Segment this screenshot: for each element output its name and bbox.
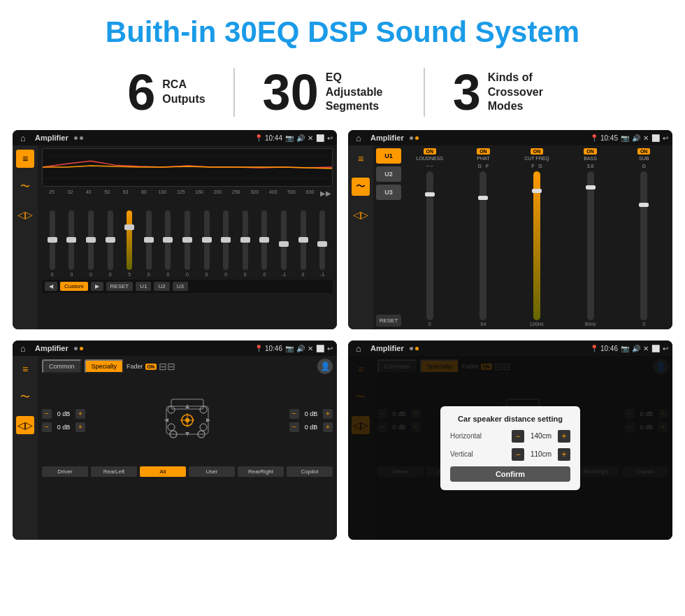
cross-dot-2 [80, 347, 83, 350]
db-minus-2[interactable]: − [42, 422, 52, 432]
amp-loudness-on[interactable]: ON [424, 148, 437, 155]
eq-slider-3[interactable]: 0 [82, 210, 100, 277]
amp-u1-btn[interactable]: U1 [376, 148, 401, 164]
amp-u3-btn[interactable]: U3 [376, 185, 401, 200]
amp-phat-slider[interactable] [480, 171, 486, 320]
stats-row: 6 RCAOutputs 30 EQ AdjustableSegments 3 … [0, 62, 685, 130]
eq-reset-btn[interactable]: RESET [106, 282, 134, 291]
db-plus-1[interactable]: + [75, 409, 85, 419]
amp-bass-label: BASS [584, 156, 597, 161]
confirm-button[interactable]: Confirm [450, 466, 570, 482]
eq-u2-btn[interactable]: U2 [154, 282, 169, 291]
cross-driver-btn[interactable]: Driver [42, 466, 88, 477]
cross-common-tab[interactable]: Common [42, 359, 82, 373]
eq-screen-content: ≡ 〜 ◁▷ [13, 145, 337, 329]
amp-channels: ON LOUDNESS ~ ~ 0 ON PHAT G F [404, 148, 670, 327]
amp-reset-btn[interactable]: RESET [376, 315, 401, 327]
cross-status-bar: ⌂ Amplifier 📍10:46 📷🔊✕⬜↩ [13, 341, 337, 356]
amp-loudness-slider[interactable] [426, 171, 433, 320]
status-indicators [74, 136, 83, 140]
amp-home-icon[interactable]: ⌂ [352, 131, 365, 144]
cross-fader-icon: ⊟⊟ [159, 361, 175, 372]
eq-screen: ⌂ Amplifier 📍10:44 📷🔊✕⬜↩ ≡ 〜 ◁▷ [13, 130, 337, 329]
eq-wave-icon[interactable]: 〜 [16, 178, 34, 196]
eq-prev-btn[interactable]: ◀ [45, 282, 57, 291]
eq-slider-1[interactable]: 0 [43, 210, 62, 277]
dialog-home-icon[interactable]: ⌂ [352, 342, 365, 354]
amp-bass-on[interactable]: ON [584, 148, 597, 155]
cross-car-diagram [91, 378, 284, 462]
amp-main: U1 U2 U3 RESET ON LOUDNESS ~ ~ [373, 145, 672, 329]
cross-volume-icon[interactable]: ◁▷ [16, 416, 34, 434]
cross-rearleft-btn[interactable]: RearLeft [91, 466, 137, 477]
eq-custom-btn[interactable]: Custom [60, 282, 88, 291]
cross-left-controls: − 0 dB + − 0 dB + [42, 409, 85, 432]
eq-slider-5[interactable]: 5 [120, 210, 138, 277]
eq-slider-13[interactable]: -1 [275, 210, 293, 277]
cross-user-icon[interactable]: 👤 [317, 359, 333, 374]
db-minus-3[interactable]: − [289, 409, 299, 419]
cross-right-controls: − 0 dB + − 0 dB + [289, 409, 333, 432]
amp-sub-channel: ON SUB G 0 [618, 148, 670, 327]
amp-bass-slider[interactable] [587, 171, 594, 320]
dialog-title: Car speaker distance setting [450, 415, 570, 423]
eq-slider-4[interactable]: 0 [101, 210, 120, 277]
amp-phat-on[interactable]: ON [477, 148, 490, 155]
eq-time: 📍10:44 [254, 134, 282, 142]
eq-volume-icon[interactable]: ◁▷ [16, 206, 34, 224]
amp-wave-icon[interactable]: 〜 [352, 178, 370, 196]
amp-cutfreq-on[interactable]: ON [531, 148, 544, 155]
db-minus-1[interactable]: − [42, 409, 52, 419]
eq-slider-8[interactable]: 0 [178, 210, 196, 277]
cross-screen-content: ≡ 〜 ◁▷ Common Specialty Fader ON ⊟⊟ 👤 [13, 356, 337, 540]
amp-filter-icon[interactable]: ≡ [352, 150, 370, 168]
amp-volume-icon[interactable]: ◁▷ [352, 206, 370, 224]
amp-screen-title: Amplifier [370, 134, 404, 142]
eq-slider-11[interactable]: 0 [236, 210, 254, 277]
db-value-3: 0 dB [301, 410, 321, 417]
stat-rca: 6 RCAOutputs [99, 67, 233, 117]
eq-slider-12[interactable]: 0 [256, 210, 274, 277]
amp-cutfreq-slider[interactable] [533, 171, 540, 320]
cross-wave-icon[interactable]: 〜 [16, 388, 34, 406]
dialog-horizontal-plus[interactable]: + [558, 430, 570, 443]
cross-fader-on[interactable]: ON [145, 364, 157, 370]
cross-specialty-tab[interactable]: Specialty [85, 359, 124, 373]
cross-filter-icon[interactable]: ≡ [16, 360, 34, 378]
amp-u2-btn[interactable]: U2 [376, 166, 401, 182]
eq-filter-icon[interactable]: ≡ [16, 150, 34, 168]
amp-sub-slider[interactable] [640, 171, 647, 320]
eq-u3-btn[interactable]: U3 [173, 282, 188, 291]
db-plus-3[interactable]: + [323, 409, 333, 419]
cross-copilot-btn[interactable]: Copilot [287, 466, 333, 477]
eq-sliders: 0 0 0 0 5 [42, 200, 333, 277]
db-plus-2[interactable]: + [75, 422, 85, 432]
cross-rearright-btn[interactable]: RearRight [238, 466, 284, 477]
db-plus-4[interactable]: + [323, 422, 333, 432]
cross-user-btn[interactable]: User [189, 466, 235, 477]
eq-play-btn[interactable]: ▶ [91, 282, 103, 291]
eq-slider-10[interactable]: 0 [217, 210, 235, 277]
eq-slider-7[interactable]: 0 [159, 210, 178, 277]
eq-screen-title: Amplifier [35, 134, 68, 142]
amp-sub-on[interactable]: ON [637, 148, 651, 155]
eq-slider-14[interactable]: 0 [294, 210, 312, 277]
eq-slider-6[interactable]: 0 [140, 210, 158, 277]
eq-slider-9[interactable]: 0 [198, 210, 216, 277]
dialog-vertical-plus[interactable]: + [558, 448, 570, 461]
amp-status-bar: ⌂ Amplifier 📍10:45 📷🔊✕⬜↩ [348, 130, 672, 145]
dialog-vertical-minus[interactable]: − [512, 448, 524, 461]
cross-screen: ⌂ Amplifier 📍10:46 📷🔊✕⬜↩ ≡ 〜 ◁▷ Co [13, 341, 337, 540]
home-icon[interactable]: ⌂ [17, 131, 29, 144]
dialog-horizontal-minus[interactable]: − [512, 430, 524, 443]
cross-status-indicators [74, 347, 83, 350]
eq-u1-btn[interactable]: U1 [136, 282, 151, 291]
dialog-overlay: Car speaker distance setting Horizontal … [348, 356, 672, 540]
db-minus-4[interactable]: − [289, 422, 299, 432]
eq-slider-15[interactable]: -1 [313, 210, 331, 277]
cross-all-btn[interactable]: All [140, 466, 186, 477]
cross-body: − 0 dB + − 0 dB + [42, 378, 333, 462]
eq-slider-2[interactable]: 0 [63, 210, 81, 277]
cross-home-icon[interactable]: ⌂ [17, 342, 29, 354]
amp-preset-list: U1 U2 U3 RESET [376, 148, 401, 327]
